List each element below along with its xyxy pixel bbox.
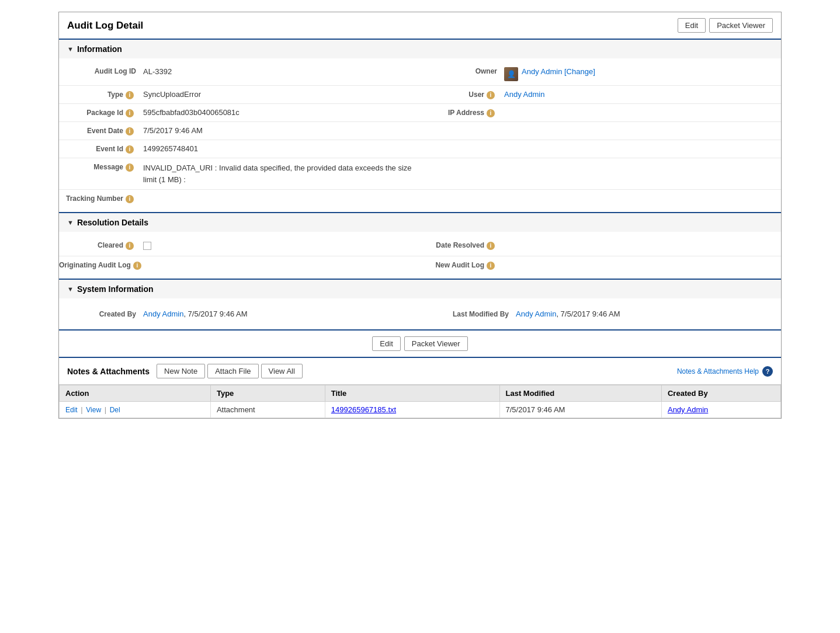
message-value: INVALID_DATA_URI : Invalid data specifie… [141,161,420,187]
trackingnumber-info-icon: i [126,195,134,203]
eventid-label: Event Id i [59,142,141,155]
cleared-checkbox[interactable] [143,242,151,250]
resolution-collapse-icon: ▼ [67,219,74,226]
edit-button-bottom[interactable]: Edit [372,336,400,351]
packet-viewer-button-top[interactable]: Packet Viewer [709,18,773,33]
view-all-button[interactable]: View All [261,364,303,378]
title-link[interactable]: 1499265967185.txt [331,405,396,414]
trackingnumber-label: Tracking Number i [59,192,141,205]
title-cell: 1499265967185.txt [325,402,499,418]
auditlogid-label: Audit Log ID [59,65,141,77]
packageid-info-icon: i [126,109,134,117]
field-ipaddress: IP Address i [420,104,781,121]
col-type: Type [210,385,325,402]
field-row-eventdate: Event Date i 7/5/2017 9:46 AM [59,122,781,140]
notes-table-header: Action Type Title Last Modified Created … [60,385,781,402]
resolution-section-header[interactable]: ▼ Resolution Details [59,213,781,232]
message-label: Message i [59,161,141,173]
resolution-section: ▼ Resolution Details Cleared i [59,213,781,280]
field-eventdate: Event Date i 7/5/2017 9:46 AM [59,122,420,140]
information-section: ▼ Information Audit Log ID AL-3392 Owner… [59,40,781,213]
field-row-cleared-dateresolved: Cleared i Date Resolved i [59,236,781,256]
field-row-trackingnumber: Tracking Number i [59,190,781,207]
table-row: Edit | View | DelAttachment1499265967185… [60,402,781,418]
system-section-header[interactable]: ▼ System Information [59,280,781,298]
help-circle-icon: ? [762,366,773,377]
action-view-link[interactable]: View [86,406,101,414]
newauditlog-label: New Audit Log i [420,259,502,272]
createdby-name-link[interactable]: Andy Admin [143,309,183,318]
notes-title: Notes & Attachments [67,367,150,376]
eventdate-value: 7/5/2017 9:46 AM [141,124,420,137]
action-del-link[interactable]: Del [110,406,120,414]
field-packageid: Package Id i 595cfbabfad03b040065081c [59,104,420,121]
field-cleared: Cleared i [59,236,420,256]
system-section-body: Created By Andy Admin, 7/5/2017 9:46 AM … [59,298,781,329]
eventid-value: 1499265748401 [141,142,420,155]
packageid-label: Package Id i [59,106,141,119]
user-value: Andy Admin [502,88,781,100]
dateresolved-info-icon: i [487,242,495,250]
notes-table-body: Edit | View | DelAttachment1499265967185… [60,402,781,418]
user-info-icon: i [487,91,495,99]
system-section: ▼ System Information Created By Andy Adm… [59,280,781,331]
field-row-auditlogid-owner: Audit Log ID AL-3392 Owner 👤 Andy Admin … [59,63,781,86]
information-section-header[interactable]: ▼ Information [59,40,781,58]
col-createdby: Created By [661,385,780,402]
field-message: Message i INVALID_DATA_URI : Invalid dat… [59,158,420,189]
createdby-link[interactable]: Andy Admin [668,405,708,414]
field-originatingauditlog: Originating Audit Log i [59,256,420,274]
type-value: SyncUploadError [141,88,420,100]
type-cell: Attachment [210,402,325,418]
dateresolved-value [502,239,781,242]
notes-help-link[interactable]: Notes & Attachments Help [677,367,759,375]
notes-table-header-row: Action Type Title Last Modified Created … [60,385,781,402]
notes-help: Notes & Attachments Help ? [677,366,773,377]
cleared-info-icon: i [126,242,134,250]
newauditlog-info-icon: i [487,262,495,270]
originatingauditlog-info-icon: i [133,262,141,270]
attach-file-button[interactable]: Attach File [207,364,258,378]
user-link[interactable]: Andy Admin [504,90,544,99]
notes-buttons: New Note Attach File View All [157,364,303,378]
information-collapse-icon: ▼ [67,46,74,53]
field-row-originatingauditlog-newauditlog: Originating Audit Log i New Audit Log i [59,256,781,274]
field-message-right [420,158,781,189]
col-action: Action [60,385,211,402]
notes-table: Action Type Title Last Modified Created … [59,385,781,418]
lastmodifiedby-value: Andy Admin, 7/5/2017 9:46 AM [513,308,781,320]
ipaddress-value [502,106,781,110]
field-user: User i Andy Admin [420,86,781,103]
newauditlog-value [502,259,781,262]
packet-viewer-button-bottom[interactable]: Packet Viewer [404,336,468,351]
col-title: Title [325,385,499,402]
lastmodifiedby-name-link[interactable]: Andy Admin [516,309,556,318]
owner-value: 👤 Andy Admin [Change] [502,65,781,83]
field-row-packageid-ip: Package Id i 595cfbabfad03b040065081c IP… [59,104,781,122]
field-newauditlog: New Audit Log i [420,256,781,274]
col-lastmodified: Last Modified [499,385,661,402]
system-section-label: System Information [77,284,154,294]
edit-button-top[interactable]: Edit [678,18,706,33]
createdby-value: Andy Admin, 7/5/2017 9:46 AM [141,308,420,320]
packageid-value: 595cfbabfad03b040065081c [141,106,420,119]
eventdate-label: Event Date i [59,124,141,137]
field-trackingnumber: Tracking Number i [59,190,781,207]
system-collapse-icon: ▼ [67,286,74,293]
owner-name-link[interactable]: Andy Admin [522,67,562,76]
page-title: Audit Log Detail [67,20,678,32]
field-dateresolved: Date Resolved i [420,236,781,256]
owner-avatar: 👤 [504,67,518,81]
createdby-date: , 7/5/2017 9:46 AM [183,309,247,318]
createdby-cell: Andy Admin [661,402,780,418]
type-label: Type i [59,88,141,101]
action-cell: Edit | View | Del [60,402,211,418]
cleared-value [141,239,420,253]
action-edit-link[interactable]: Edit [65,406,78,414]
page-header: Audit Log Detail Edit Packet Viewer [59,12,781,40]
owner-change-link[interactable]: [Change] [564,67,595,76]
field-eventid: Event Id i 1499265748401 [59,140,420,158]
bottom-buttons-area: Edit Packet Viewer [59,331,781,358]
new-note-button[interactable]: New Note [157,364,205,378]
cleared-label: Cleared i [59,239,141,252]
